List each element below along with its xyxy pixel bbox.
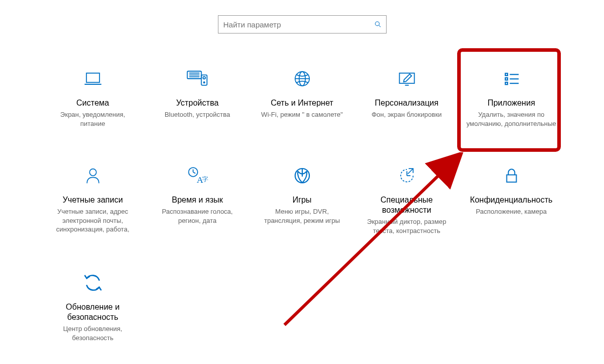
- ease-of-access-icon: [396, 163, 418, 188]
- tile-desc: Учетные записи, адрес электронной почты,…: [47, 207, 139, 234]
- svg-line-1: [378, 25, 380, 27]
- tile-title: Персонализация: [375, 98, 438, 108]
- search-bar-container: [0, 0, 604, 34]
- tile-time-language[interactable]: A 字 Время и язык Распознавание голоса, р…: [148, 161, 247, 238]
- personalization-icon: [396, 67, 418, 91]
- devices-icon: [185, 67, 210, 91]
- tile-desc: Распознавание голоса, регион, дата: [152, 207, 243, 225]
- svg-line-25: [193, 172, 195, 174]
- svg-point-22: [89, 169, 96, 176]
- svg-line-29: [407, 169, 413, 174]
- svg-rect-18: [505, 78, 507, 80]
- tile-network[interactable]: Сеть и Интернет Wi-Fi, режим " в самолет…: [252, 64, 352, 130]
- tile-desc: Меню игры, DVR, трансляция, режим игры: [257, 207, 348, 225]
- laptop-icon: [82, 67, 104, 91]
- tile-title: Время и язык: [172, 195, 222, 205]
- tile-desc: Фон, экран блокировки: [371, 110, 441, 119]
- tile-title: Обновление и безопасность: [46, 302, 140, 322]
- search-input[interactable]: [218, 20, 370, 29]
- tile-privacy[interactable]: Конфиденциальность Расположение, камера: [462, 161, 561, 238]
- gaming-icon: [292, 163, 313, 188]
- tile-gaming[interactable]: Игры Меню игры, DVR, трансляция, режим и…: [252, 161, 352, 238]
- svg-rect-14: [399, 73, 414, 83]
- tile-devices[interactable]: Устройства Bluetooth, устройства: [148, 64, 247, 130]
- time-language-icon: A 字: [186, 163, 209, 188]
- person-icon: [83, 163, 103, 188]
- tile-apps[interactable]: Приложения Удалить, значения по умолчани…: [462, 64, 561, 130]
- svg-rect-20: [505, 82, 507, 84]
- tile-accounts[interactable]: Учетные записи Учетные записи, адрес эле…: [43, 161, 143, 238]
- svg-rect-2: [86, 73, 100, 82]
- svg-rect-32: [506, 175, 516, 182]
- tile-title: Учетные записи: [62, 195, 123, 205]
- tile-desc: Центр обновления, безопасность: [47, 324, 139, 342]
- svg-point-9: [203, 77, 205, 79]
- tile-title: Конфиденциальность: [470, 195, 552, 205]
- tile-update-security[interactable]: Обновление и безопасность Центр обновлен…: [43, 268, 143, 345]
- tile-desc: Экранный диктор, размер текста, контраст…: [361, 217, 453, 235]
- globe-icon: [292, 67, 313, 91]
- svg-point-10: [203, 82, 204, 83]
- tile-title: Система: [76, 98, 109, 108]
- tile-desc: Расположение, камера: [476, 207, 547, 216]
- tile-personalization[interactable]: Персонализация Фон, экран блокировки: [357, 64, 457, 130]
- apps-icon: [501, 67, 522, 91]
- search-bar[interactable]: [218, 15, 387, 34]
- svg-text:字: 字: [202, 176, 208, 183]
- tile-desc: Экран, уведомления, питание: [47, 110, 139, 128]
- tile-desc: Bluetooth, устройства: [165, 110, 230, 119]
- update-icon: [82, 271, 104, 295]
- settings-grid: Система Экран, уведомления, питание Устр…: [43, 64, 561, 345]
- svg-point-0: [375, 22, 379, 26]
- search-icon: [370, 16, 386, 33]
- svg-rect-16: [505, 74, 507, 76]
- tile-title: Устройства: [176, 98, 219, 108]
- tile-title: Специальные возможности: [360, 195, 454, 215]
- tile-title: Игры: [293, 195, 312, 205]
- tile-desc: Wi-Fi, режим " в самолете": [261, 110, 343, 119]
- tile-system[interactable]: Система Экран, уведомления, питание: [43, 64, 143, 130]
- tile-desc: Удалить, значения по умолчанию, дополнит…: [466, 110, 557, 128]
- tile-ease-of-access[interactable]: Специальные возможности Экранный диктор,…: [357, 161, 457, 238]
- lock-icon: [502, 163, 521, 188]
- tile-title: Приложения: [488, 98, 535, 108]
- tile-title: Сеть и Интернет: [271, 98, 333, 108]
